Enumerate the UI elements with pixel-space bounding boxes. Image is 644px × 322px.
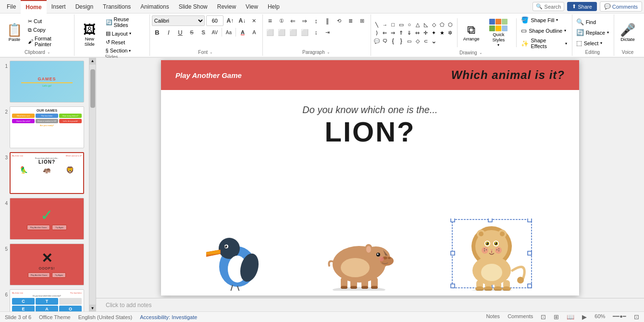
shape-lr-arrow[interactable]: ⇔ <box>414 29 421 37</box>
reuse-slides-button[interactable]: 🔄 Reuse Slides <box>104 15 147 29</box>
clear-format-button[interactable]: ✕ <box>249 15 260 26</box>
italic-button[interactable]: I <box>163 27 174 38</box>
scroll-down-arrow[interactable]: ▼ <box>89 305 96 311</box>
font-color-button[interactable]: A <box>237 27 248 38</box>
dictate-button[interactable]: 🎤 Dictate <box>616 22 639 44</box>
shape-effects-button[interactable]: ✨ Shape Effects ▾ <box>519 37 569 50</box>
shape-flow-process[interactable]: ▭ <box>406 37 413 45</box>
reset-button[interactable]: ↺ Reset <box>104 38 147 46</box>
share-button[interactable]: ⬆ Share <box>567 2 596 11</box>
highlight-color-button[interactable]: A <box>249 27 260 38</box>
shape-udlr-arrow[interactable]: ✛ <box>422 29 430 37</box>
view-reading[interactable]: 📖 <box>567 313 574 321</box>
shape-pentagon[interactable]: ⬠ <box>438 21 446 28</box>
new-slide-button[interactable]: 🖼 New Slide <box>76 21 103 49</box>
paragraph-spacing-button[interactable]: ↨ <box>311 27 322 38</box>
shadow-button[interactable]: S <box>198 27 209 38</box>
font-size-input[interactable] <box>206 15 223 26</box>
shape-triangle[interactable]: △ <box>414 21 421 28</box>
shape-hexagon[interactable]: ⬡ <box>446 21 454 28</box>
shape-chevron[interactable]: ⟩ <box>373 29 381 37</box>
text-direction-button[interactable]: ⟲ <box>334 15 345 26</box>
arrange-button[interactable]: ⧉ Arrange <box>460 22 482 43</box>
shape-callout-oval[interactable]: 🗨 <box>381 37 389 45</box>
tab-view[interactable]: View <box>241 0 263 13</box>
shape-rounded-rect[interactable]: ▭ <box>397 21 405 28</box>
align-text-button[interactable]: ≣ <box>346 15 356 26</box>
quick-styles-button[interactable]: Quick Styles ▾ <box>484 17 513 49</box>
select-button[interactable]: ⬚ Select ▾ <box>574 39 611 48</box>
shape-callout-rect[interactable]: 💬 <box>373 37 381 45</box>
shape-right-arrow[interactable]: ⇒ <box>389 29 397 37</box>
shape-fill-button[interactable]: 🪣 Shape Fill ▾ <box>519 15 569 25</box>
shape-star4[interactable]: ✦ <box>430 29 438 37</box>
tab-animations[interactable]: Animations <box>136 0 173 13</box>
paragraph-indent-button[interactable]: ⇥ <box>322 27 333 38</box>
notes-bar[interactable]: Click to add notes <box>96 298 644 311</box>
comments-toggle[interactable]: Comments <box>508 313 533 321</box>
clipboard-dialog-launcher[interactable]: ⌄ <box>47 50 50 54</box>
strikethrough-button[interactable]: S <box>186 27 197 38</box>
view-sorter[interactable]: ⊞ <box>554 313 559 321</box>
tab-design[interactable]: Design <box>71 0 98 13</box>
section-button[interactable]: § Section ▾ <box>104 47 147 54</box>
font-dialog-launcher[interactable]: ⌄ <box>210 50 213 54</box>
shape-rtriangle[interactable]: ◺ <box>422 21 430 28</box>
increase-font-button[interactable]: A↑ <box>225 15 235 26</box>
shape-flow-terminate[interactable]: ⊂ <box>422 37 430 45</box>
shape-line[interactable]: ╲ <box>373 21 381 28</box>
smartart-button[interactable]: ⊞ <box>357 15 368 26</box>
decrease-font-button[interactable]: A↓ <box>237 15 248 26</box>
shape-rectangle[interactable]: □ <box>389 21 397 28</box>
shape-flow-decision[interactable]: ◇ <box>414 37 421 45</box>
scroll-thumb[interactable] <box>90 69 95 108</box>
replace-button[interactable]: 🔄 Replace ▾ <box>574 28 611 37</box>
slide-thumbnail-1[interactable]: 1 GAMES Let's go! <box>2 61 87 103</box>
underline-button[interactable]: U <box>175 27 186 38</box>
copy-button[interactable]: ⧉ Copy <box>26 26 71 34</box>
tab-file[interactable]: File <box>2 0 21 13</box>
find-button[interactable]: 🔍 Find <box>574 17 611 26</box>
shape-down-arrow[interactable]: ⇓ <box>406 29 413 37</box>
justify-button[interactable]: ⬜ <box>299 27 310 38</box>
paragraph-dialog-launcher[interactable]: ⌄ <box>327 50 330 54</box>
tab-help[interactable]: Help <box>263 0 285 13</box>
numbering-button[interactable]: ① <box>276 15 287 26</box>
slide-canvas[interactable]: Play Another Game Which animal is it? Do… <box>161 60 579 296</box>
slide-thumbnail-4[interactable]: 4 ✓ Play Another Game Try Again <box>2 198 87 240</box>
shape-star5[interactable]: ★ <box>438 29 446 37</box>
zoom-fit[interactable]: ⊡ <box>634 313 639 321</box>
tab-insert[interactable]: Insert <box>47 0 71 13</box>
char-spacing-button[interactable]: AV <box>210 27 220 38</box>
shape-more[interactable]: ⌄ <box>430 37 438 45</box>
drawing-dialog-launcher[interactable]: ⌄ <box>479 51 483 55</box>
view-normal[interactable]: ⊡ <box>541 313 546 321</box>
shape-brace-close[interactable]: } <box>397 37 405 45</box>
format-painter-button[interactable]: 🖌 Format Painter <box>26 35 71 48</box>
shape-oval[interactable]: ○ <box>406 21 413 28</box>
shape-diamond[interactable]: ◇ <box>430 21 438 28</box>
scroll-up-arrow[interactable]: ▲ <box>89 58 96 64</box>
view-slideshow[interactable]: ▶ <box>582 313 587 321</box>
bold-button[interactable]: B <box>152 27 162 38</box>
shape-brace-open[interactable]: { <box>389 37 397 45</box>
search-box[interactable]: 🔍 Search <box>533 2 565 11</box>
columns-button[interactable]: ‖ <box>322 15 333 26</box>
paste-button[interactable]: 📋 Paste <box>4 22 25 44</box>
layout-button[interactable]: ▤ Layout ▾ <box>104 29 147 38</box>
increase-indent-button[interactable]: ⇒ <box>299 15 310 26</box>
comments-button[interactable]: 💬 Comments <box>600 1 642 12</box>
tab-slideshow[interactable]: Slide Show <box>174 0 212 13</box>
align-center-button[interactable]: ⬜ <box>276 27 287 38</box>
tab-review[interactable]: Review <box>212 0 241 13</box>
slide-thumbnail-5[interactable]: 5 ✕ OOOPS! Play Another Game Try Again <box>2 244 87 285</box>
bullets-button[interactable]: ≡ <box>265 15 275 26</box>
shape-outline-button[interactable]: ▭ Shape Outline ▾ <box>519 26 569 35</box>
align-left-button[interactable]: ⬜ <box>265 27 275 38</box>
font-name-select[interactable]: Calibri <box>152 15 205 26</box>
accessibility-info[interactable]: Accessibility: Investigate <box>140 314 197 320</box>
shape-up-arrow[interactable]: ⇑ <box>397 29 405 37</box>
slide-thumbnail-2[interactable]: 2 OUR GAMES Blind letter sort The last l… <box>2 106 87 148</box>
change-case-button[interactable]: Aa <box>223 27 234 38</box>
cut-button[interactable]: ✂ Cut <box>26 17 71 26</box>
